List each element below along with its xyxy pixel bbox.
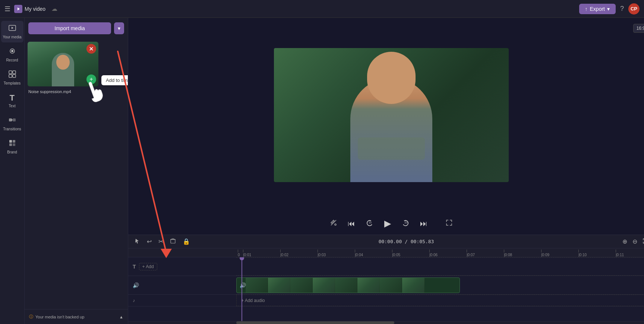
- rewind-button[interactable]: 10: [364, 217, 375, 230]
- center-panel: 16:9 ⏮ 10 ▶ 10 ⏭: [128, 18, 644, 324]
- left-panel-footer: ⓘ Your media isn't backed up ▲: [25, 309, 128, 324]
- media-item-noise-suppression[interactable]: + Add to timeline: [28, 42, 98, 86]
- backup-warning-text: Your media isn't backed up: [35, 315, 84, 319]
- clip-frame-8: [402, 278, 424, 293]
- timeline-scrollbar[interactable]: [128, 321, 644, 324]
- ruler-mark-03: |0:03: [318, 250, 355, 257]
- clip-frame-4: [313, 278, 335, 293]
- ruler-mark-02: |0:02: [280, 250, 318, 257]
- add-audio-button[interactable]: + Add audio: [241, 298, 265, 303]
- sidebar-icons: Your media Record Templates T Text Trans…: [0, 18, 25, 324]
- clipchamp-logo-icon: [14, 5, 22, 13]
- brand-icon: [8, 139, 16, 149]
- export-button[interactable]: ↑ Export ▾: [579, 4, 616, 14]
- svg-text:10: 10: [404, 221, 407, 224]
- text-track-content[interactable]: [236, 257, 644, 276]
- add-to-timeline-tooltip: Add to timeline: [101, 75, 128, 85]
- audio-track-label: ♪: [128, 298, 236, 303]
- timeline-zoom-out-button[interactable]: ⊖: [631, 236, 639, 247]
- ruler-mark-08: |0:08: [504, 250, 541, 257]
- clip-frame-6: [357, 278, 380, 293]
- sidebar-item-label-templates: Templates: [4, 81, 21, 86]
- media-add-to-timeline-button[interactable]: +: [86, 74, 96, 84]
- text-icon: T: [10, 93, 15, 103]
- sidebar-item-label-your-media: Your media: [3, 35, 21, 39]
- svg-rect-9: [9, 118, 12, 121]
- sidebar-item-label-brand: Brand: [7, 150, 17, 155]
- shirt-detail: [358, 137, 425, 160]
- timeline-lock-button[interactable]: 🔒: [181, 236, 192, 247]
- ruler-mark-09: |0:09: [541, 250, 578, 257]
- avatar[interactable]: CP: [628, 3, 640, 15]
- text-track-add-button[interactable]: + Add: [139, 263, 157, 270]
- magic-clip-button[interactable]: [328, 217, 339, 230]
- menu-icon[interactable]: ☰: [4, 5, 10, 13]
- timeline-cut-button[interactable]: ✂: [157, 236, 165, 247]
- info-icon: ⓘ: [29, 314, 33, 320]
- sidebar-item-label-text: Text: [9, 104, 15, 108]
- your-media-icon: [8, 24, 16, 34]
- import-media-button[interactable]: Import media: [28, 22, 111, 34]
- timeline-text-track: T + Add: [128, 257, 644, 276]
- sidebar-item-transitions[interactable]: Transitions: [1, 113, 23, 134]
- sidebar-item-brand[interactable]: Brand: [1, 136, 23, 158]
- svg-rect-5: [9, 71, 12, 74]
- play-pause-button[interactable]: ▶: [383, 217, 392, 230]
- timeline-delete-button[interactable]: [168, 236, 177, 247]
- ruler-mark-04: |0:04: [355, 250, 392, 257]
- templates-icon: [8, 70, 16, 80]
- fullscreen-button[interactable]: [444, 217, 454, 230]
- import-media-dropdown-button[interactable]: ▾: [114, 22, 124, 34]
- skip-to-end-button[interactable]: ⏭: [419, 218, 429, 229]
- timeline-undo-button[interactable]: ↩: [145, 236, 153, 247]
- svg-rect-8: [13, 74, 16, 77]
- svg-rect-7: [9, 74, 12, 77]
- timeline-expand-button[interactable]: [641, 236, 644, 247]
- topbar-left: ☰ My video ☁: [4, 5, 575, 13]
- timeline-audio-track: ♪ + Add audio: [128, 295, 644, 306]
- clip-frame-5: [335, 278, 357, 293]
- record-icon: [8, 47, 16, 57]
- timeline-area: ↩ ✂ 🔒 00:00.00 / 00:05.83 ⊕ ⊖: [128, 235, 644, 324]
- timeline-scrollbar-thumb[interactable]: [236, 321, 394, 324]
- left-panel: Import media ▾ + Add to timeline Noise s…: [25, 18, 128, 324]
- sidebar-item-your-media[interactable]: Your media: [1, 21, 23, 42]
- video-clip[interactable]: 🔊: [236, 277, 460, 293]
- svg-rect-20: [171, 239, 175, 243]
- aspect-ratio-badge[interactable]: 16:9: [633, 24, 644, 33]
- skip-to-start-button[interactable]: ⏮: [346, 218, 357, 229]
- ruler-mark-05: |0:05: [392, 250, 429, 257]
- timeline-toolbar: ↩ ✂ 🔒 00:00.00 / 00:05.83 ⊕ ⊖: [128, 235, 644, 248]
- timeline-zoom-in-button[interactable]: ⊕: [621, 236, 629, 247]
- svg-point-4: [11, 50, 13, 52]
- forward-button[interactable]: 10: [400, 217, 411, 230]
- svg-rect-14: [13, 143, 15, 146]
- media-delete-button[interactable]: [86, 44, 96, 54]
- audio-track-content[interactable]: + Add audio: [236, 295, 644, 306]
- ruler-mark-0: 0: [238, 250, 243, 257]
- timeline-zoom-controls: ⊕ ⊖: [621, 236, 644, 247]
- sidebar-item-label-transitions: Transitions: [3, 127, 21, 131]
- speaker-icon: 🔊: [133, 282, 139, 288]
- sidebar-item-record[interactable]: Record: [1, 44, 23, 66]
- media-filename-label: Noise suppression.mp4: [28, 89, 125, 94]
- video-preview: [274, 48, 509, 182]
- project-name[interactable]: My video: [25, 6, 45, 12]
- footer-chevron-icon[interactable]: ▲: [119, 315, 123, 319]
- video-preview-area: 16:9: [128, 18, 644, 212]
- text-track-icon: T: [133, 264, 136, 270]
- ruler-mark-06: |0:06: [429, 250, 467, 257]
- timeline-cursor-tool[interactable]: [133, 236, 142, 247]
- video-track-content[interactable]: 🔊: [236, 276, 644, 294]
- sidebar-item-templates[interactable]: Templates: [1, 67, 23, 89]
- cloud-backup-icon[interactable]: ☁: [51, 5, 57, 12]
- sidebar-item-text[interactable]: T Text: [1, 90, 23, 111]
- export-dropdown-icon: ▾: [607, 6, 610, 12]
- sidebar-item-label-record: Record: [6, 58, 18, 63]
- transitions-icon: [8, 116, 16, 126]
- help-button[interactable]: ?: [620, 5, 624, 13]
- text-track-label: T + Add: [128, 263, 236, 270]
- timeline-video-track: 🔊 🔊: [128, 276, 644, 295]
- main-body: Your media Record Templates T Text Trans…: [0, 18, 644, 324]
- ruler-mark-10: |0:10: [578, 250, 616, 257]
